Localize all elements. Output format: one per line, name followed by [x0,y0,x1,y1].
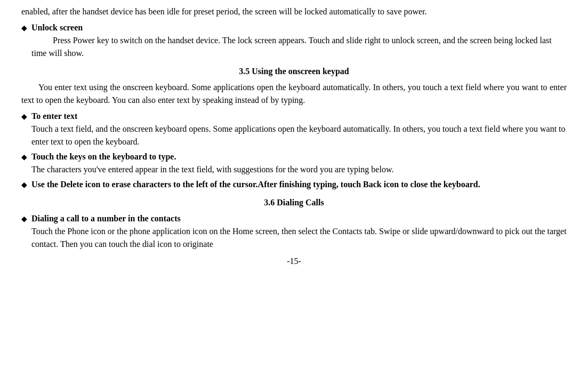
touch-keys-section: ◆ Touch the keys on the keyboard to type… [21,150,567,176]
bullet-diamond-1: ◆ [21,22,27,34]
use-delete-section: ◆ Use the Delete icon to erase character… [21,178,567,191]
dialing-contact-title: Dialing a call to a number in the contac… [31,214,181,223]
use-delete-title: Use the Delete icon to erase characters … [31,180,480,189]
bullet-diamond-3: ◆ [21,151,27,163]
intro-text: enabled, after the handset device has be… [21,5,567,18]
section-3-5-number: 3.5 [239,67,249,76]
page-container: enabled, after the handset device has be… [0,0,588,392]
section-3-6-heading: 3.6 Dialing Calls [21,196,567,209]
touch-keys-content: Touch the keys on the keyboard to type. … [31,150,567,176]
use-delete-content: Use the Delete icon to erase characters … [31,178,567,191]
to-enter-text-title: To enter text [31,111,77,121]
unlock-screen-title: Unlock screen [31,23,83,32]
touch-keys-body: The characters you've entered appear in … [31,165,393,174]
to-enter-text-content: To enter text Touch a text field, and th… [31,110,567,148]
section-3-5-title: Using the onscreen keypad [252,67,349,76]
bullet-diamond-4: ◆ [21,179,27,190]
dialing-contact-section: ◆ Dialing a call to a number in the cont… [21,212,567,251]
page-number: -15- [21,255,567,268]
touch-keys-title: Touch the keys on the keyboard to type. [31,152,176,161]
section-3-6-title: Dialing Calls [277,198,324,207]
to-enter-text-body: Touch a text field, and the onscreen key… [31,124,566,146]
unlock-screen-section: ◆ Unlock screen Press Power key to switc… [21,21,567,60]
section-3-5-intro: You enter text using the onscreen keyboa… [21,81,567,107]
unlock-screen-content: Unlock screen Press Power key to switch … [31,21,567,60]
dialing-contact-content: Dialing a call to a number in the contac… [31,212,567,251]
dialing-contact-body: Touch the Phone icon or the phone applic… [31,227,567,249]
bullet-diamond-5: ◆ [21,213,27,225]
section-3-6-number: 3.6 [264,198,275,207]
bullet-diamond-2: ◆ [21,111,27,122]
to-enter-text-section: ◆ To enter text Touch a text field, and … [21,110,567,148]
section-3-5-heading: 3.5 Using the onscreen keypad [21,65,567,78]
unlock-screen-body: Press Power key to switch on the handset… [31,36,552,58]
